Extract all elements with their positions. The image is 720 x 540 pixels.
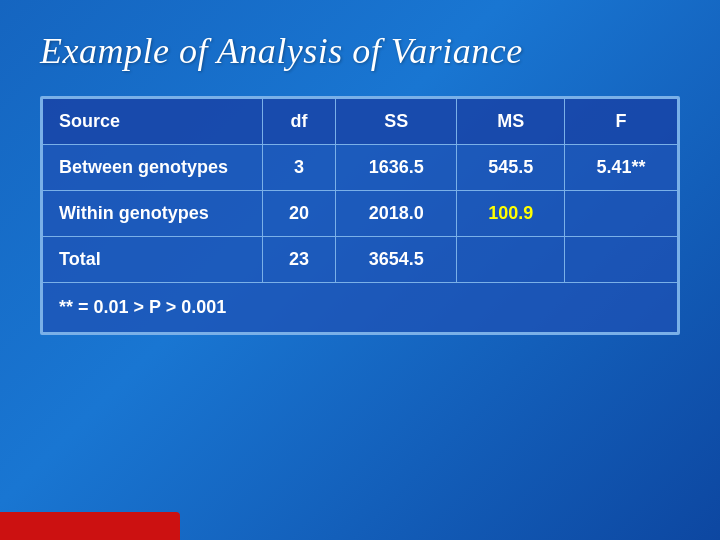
row2-f	[564, 191, 677, 237]
anova-table: Source df SS MS F Between genotypes 3 16…	[42, 98, 678, 333]
row3-f	[564, 237, 677, 283]
red-decorative-bar	[0, 512, 180, 540]
page-title: Example of Analysis of Variance	[40, 30, 523, 72]
table-row: Total 23 3654.5	[43, 237, 678, 283]
col-header-f: F	[564, 99, 677, 145]
row2-ms: 100.9	[457, 191, 565, 237]
col-header-source: Source	[43, 99, 263, 145]
anova-table-wrapper: Source df SS MS F Between genotypes 3 16…	[40, 96, 680, 335]
col-header-ss: SS	[336, 99, 457, 145]
table-row: Between genotypes 3 1636.5 545.5 5.41**	[43, 145, 678, 191]
row1-df: 3	[263, 145, 336, 191]
table-footnote: ** = 0.01 > P > 0.001	[43, 283, 678, 333]
row2-source: Within genotypes	[43, 191, 263, 237]
row3-ms	[457, 237, 565, 283]
page-container: Example of Analysis of Variance Source d…	[0, 0, 720, 540]
row1-source: Between genotypes	[43, 145, 263, 191]
row2-df: 20	[263, 191, 336, 237]
row1-ms: 545.5	[457, 145, 565, 191]
row1-f: 5.41**	[564, 145, 677, 191]
col-header-ms: MS	[457, 99, 565, 145]
table-footnote-row: ** = 0.01 > P > 0.001	[43, 283, 678, 333]
row2-ss: 2018.0	[336, 191, 457, 237]
row3-ss: 3654.5	[336, 237, 457, 283]
table-row: Within genotypes 20 2018.0 100.9	[43, 191, 678, 237]
table-header-row: Source df SS MS F	[43, 99, 678, 145]
row3-df: 23	[263, 237, 336, 283]
row3-source: Total	[43, 237, 263, 283]
col-header-df: df	[263, 99, 336, 145]
row1-ss: 1636.5	[336, 145, 457, 191]
